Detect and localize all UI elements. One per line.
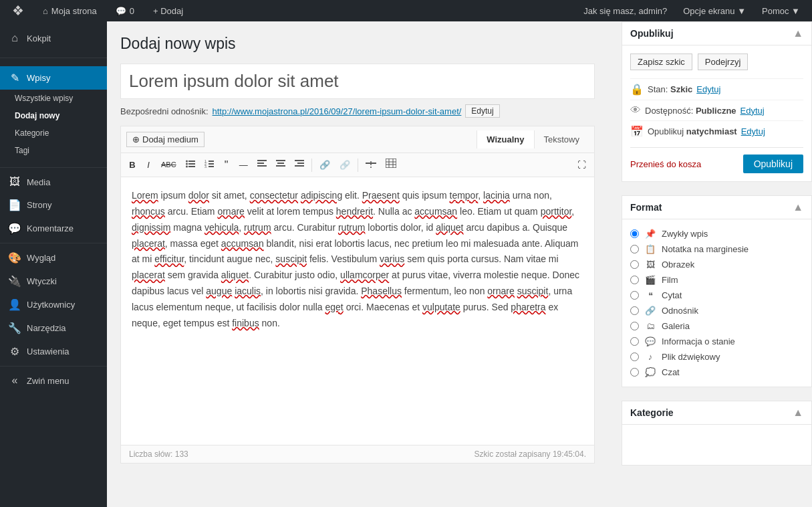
unlink-button[interactable]: 🔗 <box>335 157 354 174</box>
sidebar-item-wszystkie-wpisy[interactable]: Wszystkie wpisy <box>0 90 107 107</box>
editor-wrap: ⊕ Dodaj medium Wizualny Tekstowy B I ABC… <box>120 126 595 464</box>
format-toggle-icon: ▲ <box>793 201 803 213</box>
format-radio-image[interactable] <box>630 260 639 269</box>
strony-label: Strony <box>27 200 52 210</box>
expand-button[interactable]: ⛶ <box>573 157 590 174</box>
editor-footer: Liczba słów: 133 Szkic został zapisany 1… <box>121 445 594 463</box>
comments-count: 0 <box>130 6 134 16</box>
tab-textowy[interactable]: Tekstowy <box>534 130 589 148</box>
tab-visual[interactable]: Wizualny <box>477 130 533 148</box>
help-button[interactable]: Pomoc ▼ <box>757 0 805 21</box>
format-box-title: Format <box>630 202 662 213</box>
comments-button[interactable]: 💬 0 <box>110 0 140 21</box>
format-option-chat[interactable]: 💭Czat <box>630 365 803 380</box>
format-icon-gallery: 🗂 <box>644 321 656 331</box>
publish-time-edit-link[interactable]: Edytuj <box>741 126 765 136</box>
format-option-image[interactable]: 🖼Obrazek <box>630 257 803 272</box>
hr-button[interactable]: — <box>235 157 252 174</box>
align-center-button[interactable] <box>272 157 289 174</box>
svg-rect-20 <box>295 160 304 161</box>
italic-button[interactable]: I <box>141 157 156 174</box>
sidebar-item-komentarze[interactable]: 💬 Komentarze <box>0 217 107 240</box>
format-radio-aside[interactable] <box>630 245 639 254</box>
svg-point-4 <box>186 165 188 167</box>
format-radio-audio[interactable] <box>630 352 639 361</box>
sidebar-item-dodaj-nowy[interactable]: Dodaj nowy <box>0 107 107 124</box>
format-radio-standard[interactable] <box>630 229 639 238</box>
format-option-audio[interactable]: ♪Plik dźwiękowy <box>630 349 803 365</box>
ul-button[interactable] <box>182 157 199 174</box>
kategorie-box-header[interactable]: Kategorie ▲ <box>622 401 811 425</box>
link-button[interactable]: 🔗 <box>315 157 334 174</box>
add-new-label: + Dodaj <box>153 6 183 16</box>
svg-rect-7 <box>209 161 214 162</box>
sidebar-item-wpisy[interactable]: ✎ Wpisy <box>0 66 107 90</box>
blockquote-button[interactable]: " <box>219 157 234 173</box>
sidebar-item-kokpit[interactable]: ⌂ Kokpit <box>0 27 107 49</box>
media-upload-icon: ⊕ <box>132 134 140 144</box>
format-option-status[interactable]: 💬Informacja o stanie <box>630 334 803 349</box>
trash-button[interactable]: Przenieś do kosza <box>630 159 701 169</box>
format-icon-video: 🎬 <box>644 275 656 285</box>
format-radio-quote[interactable] <box>630 291 639 300</box>
post-title-input[interactable] <box>121 64 594 98</box>
sidebar-item-wyglad[interactable]: 🎨 Wygląd <box>0 246 107 270</box>
ol-button[interactable]: 1.2.3. <box>200 157 218 174</box>
sidebar-item-kategorie[interactable]: Kategorie <box>0 124 107 142</box>
sidebar-item-narzedzia[interactable]: 🔧 Narzędzia <box>0 316 107 340</box>
permalink-url[interactable]: http://www.mojastrona.pl/2016/09/27/lore… <box>213 106 462 116</box>
visibility-icon: 👁 <box>630 104 641 116</box>
format-radio-link[interactable] <box>630 306 639 315</box>
format-option-standard[interactable]: 📌Zwykły wpis <box>630 226 803 241</box>
format-option-link[interactable]: 🔗Odnośnik <box>630 303 803 318</box>
format-radio-gallery[interactable] <box>630 322 639 330</box>
format-options: 📌Zwykły wpis📋Notatka na marginesie🖼Obraz… <box>622 219 811 387</box>
site-name-button[interactable]: ⌂ Moja strona <box>37 0 102 21</box>
more-button[interactable] <box>362 157 380 174</box>
format-option-gallery[interactable]: 🗂Galeria <box>630 318 803 334</box>
editor-content[interactable]: Lorem ipsum dolor sit amet, consectetur … <box>121 177 594 445</box>
permalink-edit-button[interactable]: Edytuj <box>465 104 499 118</box>
strikethrough-button[interactable]: ABC <box>157 157 180 173</box>
dodaj-nowy-label: Dodaj nowy <box>15 111 59 120</box>
word-count-label: Liczba słów: <box>129 449 172 459</box>
align-right-button[interactable] <box>291 157 308 174</box>
add-media-button[interactable]: ⊕ Dodaj medium <box>126 132 205 147</box>
preview-button[interactable]: Podejrzyj <box>698 54 748 70</box>
bold-button[interactable]: B <box>125 157 140 174</box>
table-button[interactable] <box>382 156 400 174</box>
visibility-edit-link[interactable]: Edytuj <box>740 106 765 116</box>
format-option-aside[interactable]: 📋Notatka na marginesie <box>630 241 803 257</box>
kategorie-box: Kategorie ▲ <box>622 401 812 466</box>
svg-rect-18 <box>276 165 285 167</box>
sidebar-item-tagi[interactable]: Tagi <box>0 142 107 159</box>
save-draft-button[interactable]: Zapisz szkic <box>630 54 692 70</box>
format-radio-status[interactable] <box>630 337 639 346</box>
publish-time-label: Opublikuj natychmiast <box>648 126 737 136</box>
align-left-button[interactable] <box>253 157 271 174</box>
screen-options-button[interactable]: Opcje ekranu ▼ <box>678 0 751 21</box>
wp-logo-button[interactable]: ❖ <box>7 0 29 21</box>
format-radio-chat[interactable] <box>630 368 639 377</box>
format-icon-chat: 💭 <box>644 367 656 377</box>
format-radio-video[interactable] <box>630 276 639 284</box>
sidebar-item-uzytkownicy[interactable]: 👤 Użytkownicy <box>0 293 107 316</box>
sidebar-item-ustawienia[interactable]: ⚙ Ustawienia <box>0 340 107 363</box>
publish-button[interactable]: Opublikuj <box>743 155 803 173</box>
wp-logo-icon: ❖ <box>12 3 24 19</box>
wtyczki-icon: 🔌 <box>8 275 21 288</box>
visibility-label: Dostępność: Publiczne <box>645 106 736 116</box>
sidebar-item-wtyczki[interactable]: 🔌 Wtyczki <box>0 270 107 293</box>
format-option-quote[interactable]: ❝Cytat <box>630 288 803 303</box>
format-box-header[interactable]: Format ▲ <box>622 196 811 219</box>
svg-rect-22 <box>295 165 304 167</box>
publish-box-header[interactable]: Opublikuj ▲ <box>622 22 811 45</box>
narzedzia-icon: 🔧 <box>8 322 21 334</box>
format-option-video[interactable]: 🎬Film <box>630 272 803 288</box>
status-edit-link[interactable]: Edytuj <box>696 84 720 94</box>
add-new-button[interactable]: + Dodaj <box>148 0 188 21</box>
sidebar-item-zwij[interactable]: « Zwiń menu <box>0 369 107 392</box>
sidebar-item-media[interactable]: 🖼 Media <box>0 171 107 193</box>
sidebar-item-strony[interactable]: 📄 Strony <box>0 193 107 217</box>
publish-actions: Zapisz szkic Podejrzyj <box>630 54 803 70</box>
